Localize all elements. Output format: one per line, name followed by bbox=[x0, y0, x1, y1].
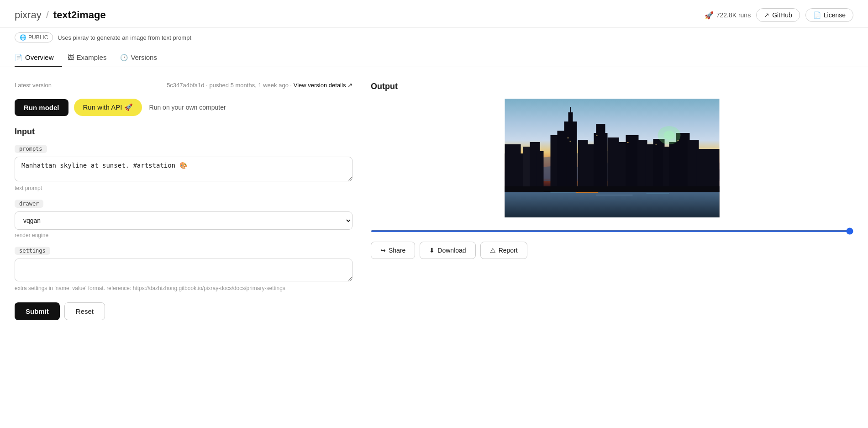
svg-rect-21 bbox=[608, 137, 619, 192]
license-button[interactable]: 📄 License bbox=[805, 8, 853, 22]
version-pushed: pushed 5 months, 1 week ago bbox=[209, 82, 288, 89]
tab-examples[interactable]: 🖼 Examples bbox=[68, 49, 115, 67]
tabs-bar: 📄 Overview 🖼 Examples 🕐 Versions bbox=[0, 49, 868, 67]
output-image-container bbox=[371, 99, 853, 219]
svg-rect-5 bbox=[647, 193, 669, 194]
output-slider-container bbox=[371, 224, 853, 235]
download-icon: ⬇ bbox=[429, 247, 435, 254]
run-model-button[interactable]: Run model bbox=[15, 99, 68, 116]
settings-field: settings extra settings in 'name: value'… bbox=[15, 247, 352, 291]
report-button[interactable]: ⚠ Report bbox=[480, 242, 527, 259]
svg-rect-40 bbox=[678, 140, 679, 141]
versions-icon: 🕐 bbox=[120, 54, 128, 61]
main-content: Latest version 5c347a4bfa1d · pushed 5 m… bbox=[0, 67, 868, 335]
svg-rect-3 bbox=[551, 192, 578, 193]
prompts-field: prompts Manhattan skyline at sunset. #ar… bbox=[15, 145, 352, 191]
svg-rect-18 bbox=[587, 144, 594, 192]
svg-rect-36 bbox=[570, 141, 571, 142]
version-bar: Latest version 5c347a4bfa1d · pushed 5 m… bbox=[15, 82, 352, 89]
drawer-label: drawer bbox=[15, 200, 43, 208]
run-on-computer-button[interactable]: Run on your own computer bbox=[147, 99, 228, 116]
svg-rect-17 bbox=[578, 140, 588, 192]
prompts-input[interactable]: Manhattan skyline at sunset. #artstation… bbox=[15, 157, 352, 181]
version-details-link[interactable]: View version details ↗ bbox=[294, 82, 352, 89]
version-dot: · bbox=[290, 82, 294, 89]
prompts-label: prompts bbox=[15, 145, 47, 153]
version-info: 5c347a4bfa1d · pushed 5 months, 1 week a… bbox=[167, 82, 352, 89]
svg-rect-31 bbox=[697, 149, 720, 192]
drawer-field: drawer vqgan pixel clipdraw line_sketch … bbox=[15, 200, 352, 238]
settings-input[interactable] bbox=[15, 259, 352, 281]
generated-image bbox=[371, 99, 853, 217]
output-panel: Output bbox=[371, 82, 853, 320]
svg-rect-4 bbox=[596, 195, 633, 196]
github-button[interactable]: ↗ GitHub bbox=[756, 8, 800, 22]
output-title: Output bbox=[371, 82, 853, 91]
drawer-select[interactable]: vqgan pixel clipdraw line_sketch palette… bbox=[15, 211, 352, 230]
run-with-api-button[interactable]: Run with API 🚀 bbox=[74, 99, 142, 116]
settings-hint: extra settings in 'name: value' format. … bbox=[15, 285, 352, 291]
tab-examples-label: Examples bbox=[77, 53, 107, 61]
runs-count: 722.8K runs bbox=[716, 11, 751, 19]
download-button[interactable]: ⬇ Download bbox=[420, 242, 475, 259]
submit-row: Submit Reset bbox=[15, 302, 352, 320]
public-badge: 🌐 PUBLIC bbox=[15, 32, 53, 42]
download-label: Download bbox=[437, 247, 466, 254]
page-title: text2image bbox=[53, 9, 106, 21]
svg-rect-37 bbox=[596, 135, 598, 136]
svg-rect-8 bbox=[505, 144, 521, 192]
settings-label: settings bbox=[15, 247, 50, 255]
svg-rect-14 bbox=[570, 107, 571, 114]
license-label: License bbox=[824, 11, 846, 19]
svg-point-34 bbox=[664, 131, 675, 140]
share-label: Share bbox=[389, 247, 405, 254]
svg-rect-38 bbox=[627, 142, 629, 143]
title-area: pixray / text2image bbox=[15, 9, 106, 21]
subtitle-description: Uses pixray to generate an image from te… bbox=[58, 34, 191, 41]
overview-icon: 📄 bbox=[15, 54, 22, 61]
github-label: GitHub bbox=[772, 11, 792, 19]
report-icon: ⚠ bbox=[490, 247, 496, 254]
tab-overview-label: Overview bbox=[25, 53, 54, 61]
breadcrumb-pixray[interactable]: pixray bbox=[15, 9, 42, 21]
globe-icon: 🌐 bbox=[20, 34, 26, 41]
rocket-icon: 🚀 bbox=[705, 11, 714, 20]
svg-rect-20 bbox=[596, 124, 605, 160]
output-timeline-slider[interactable] bbox=[371, 230, 853, 232]
subtitle-bar: 🌐 PUBLIC Uses pixray to generate an imag… bbox=[0, 28, 868, 49]
svg-rect-39 bbox=[656, 144, 657, 145]
runs-badge: 🚀 722.8K runs bbox=[705, 11, 751, 20]
public-label: PUBLIC bbox=[28, 34, 48, 41]
svg-rect-32 bbox=[505, 186, 720, 192]
svg-rect-16 bbox=[558, 131, 567, 192]
output-actions: ↪ Share ⬇ Download ⚠ Report bbox=[371, 242, 853, 259]
svg-rect-11 bbox=[537, 151, 544, 192]
svg-rect-13 bbox=[568, 112, 573, 131]
report-label: Report bbox=[499, 247, 518, 254]
tab-versions-label: Versions bbox=[131, 53, 157, 61]
tab-overview[interactable]: 📄 Overview bbox=[15, 49, 62, 67]
examples-icon: 🖼 bbox=[68, 54, 74, 61]
drawer-hint: render engine bbox=[15, 232, 352, 238]
svg-rect-23 bbox=[626, 135, 639, 192]
share-icon: ↪ bbox=[380, 247, 386, 254]
top-actions: 🚀 722.8K runs ↗ GitHub 📄 License bbox=[705, 8, 853, 22]
tab-versions[interactable]: 🕐 Versions bbox=[120, 49, 165, 67]
version-hash: 5c347a4bfa1d bbox=[167, 82, 204, 89]
license-icon: 📄 bbox=[813, 11, 821, 19]
run-buttons: Run model Run with API 🚀 Run on your own… bbox=[15, 99, 352, 116]
prompts-hint: text prompt bbox=[15, 185, 352, 191]
breadcrumb-separator: / bbox=[46, 9, 49, 21]
input-panel: Latest version 5c347a4bfa1d · pushed 5 m… bbox=[15, 82, 371, 320]
svg-rect-2 bbox=[505, 190, 720, 217]
version-label: Latest version bbox=[15, 82, 52, 89]
svg-rect-35 bbox=[568, 137, 569, 138]
share-button[interactable]: ↪ Share bbox=[371, 242, 415, 259]
reset-button[interactable]: Reset bbox=[64, 302, 105, 320]
input-section-title: Input bbox=[15, 127, 352, 137]
top-bar: pixray / text2image 🚀 722.8K runs ↗ GitH… bbox=[0, 0, 868, 28]
github-icon: ↗ bbox=[764, 11, 769, 19]
submit-button[interactable]: Submit bbox=[15, 302, 60, 320]
